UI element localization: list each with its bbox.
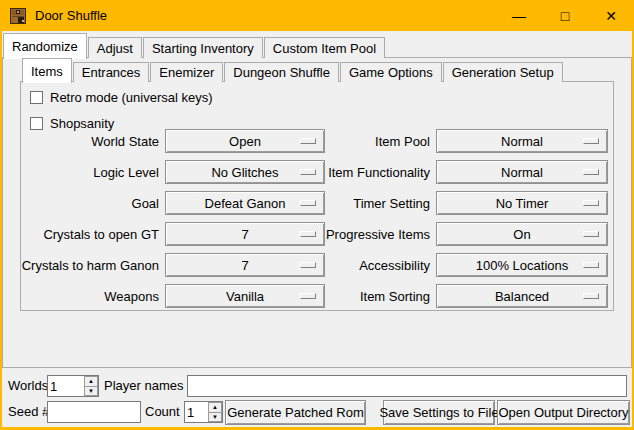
door-shuffle-window: Door Shuffle — □ ✕ Randomize Adjust Star… [0,0,634,430]
worlds-input[interactable] [48,376,84,396]
progressive-items-row: Progressive Items On [318,222,608,246]
tab-enemizer[interactable]: Enemizer [150,62,223,82]
open-output-directory-button[interactable]: Open Output Directory [497,400,630,425]
dropdown-indicator-icon [583,138,599,144]
spin-down-icon: ▼ [88,388,94,394]
close-icon: ✕ [605,8,617,24]
tab-entrances[interactable]: Entrances [73,62,150,82]
retro-mode-checkbox-row: Retro mode (universal keys) [30,89,213,105]
tab-dungeon-shuffle[interactable]: Dungeon Shuffle [224,62,339,82]
count-input[interactable] [185,402,208,422]
world-state-value: Open [229,134,261,149]
crystals-gt-value: 7 [241,227,248,242]
timer-setting-value: No Timer [496,196,549,211]
close-button[interactable]: ✕ [588,0,634,31]
crystals-ganon-label: Crystals to harm Ganon [18,258,159,273]
world-state-label: World State [18,134,159,149]
minimize-icon: — [512,8,526,24]
window-title: Door Shuffle [35,8,107,23]
minimize-button[interactable]: — [496,0,542,31]
dropdown-indicator-icon [583,262,599,268]
accessibility-value: 100% Locations [476,258,569,273]
goal-label: Goal [18,196,159,211]
goal-value: Defeat Ganon [205,196,286,211]
weapons-value: Vanilla [226,289,264,304]
world-state-row: World State Open [18,129,325,153]
item-functionality-label: Item Functionality [318,165,430,180]
goal-dropdown[interactable]: Defeat Ganon [165,191,325,215]
dropdown-indicator-icon [300,293,316,299]
accessibility-row: Accessibility 100% Locations [318,253,608,277]
spin-down-button[interactable]: ▼ [208,413,222,423]
spin-down-icon: ▼ [212,414,218,420]
crystals-gt-row: Crystals to open GT 7 [18,222,325,246]
logic-level-dropdown[interactable]: No Glitches [165,160,325,184]
timer-setting-label: Timer Setting [318,196,430,211]
spin-up-button[interactable]: ▲ [208,402,222,413]
spin-down-button[interactable]: ▼ [84,387,98,397]
crystals-ganon-row: Crystals to harm Ganon 7 [18,253,325,277]
progressive-items-dropdown[interactable]: On [436,222,608,246]
timer-setting-row: Timer Setting No Timer [318,191,608,215]
spin-up-button[interactable]: ▲ [84,376,98,387]
crystals-ganon-dropdown[interactable]: 7 [165,253,325,277]
crystals-gt-label: Crystals to open GT [18,227,159,242]
dropdown-indicator-icon [300,169,316,175]
tab-custom-item-pool[interactable]: Custom Item Pool [264,37,385,58]
tab-starting-inventory[interactable]: Starting Inventory [143,37,263,58]
save-settings-button[interactable]: Save Settings to File [383,400,495,425]
dropdown-indicator-icon [300,138,316,144]
logic-level-label: Logic Level [18,165,159,180]
titlebar: Door Shuffle — □ ✕ [0,0,634,31]
dropdown-indicator-icon [583,293,599,299]
crystals-ganon-value: 7 [241,258,248,273]
world-state-dropdown[interactable]: Open [165,129,325,153]
accessibility-dropdown[interactable]: 100% Locations [436,253,608,277]
shopsanity-checkbox[interactable] [30,117,43,130]
item-sorting-row: Item Sorting Balanced [318,284,608,308]
item-functionality-dropdown[interactable]: Normal [436,160,608,184]
item-functionality-value: Normal [501,165,543,180]
generate-patched-rom-button[interactable]: Generate Patched Rom [225,400,366,425]
spin-up-icon: ▲ [212,404,218,410]
tab-game-options[interactable]: Game Options [340,62,442,82]
progressive-items-label: Progressive Items [318,227,430,242]
count-spin-arrows: ▲ ▼ [208,402,222,422]
main-tabbar: Randomize Adjust Starting Inventory Cust… [3,33,386,58]
tab-randomize[interactable]: Randomize [3,33,87,59]
window-border-left [0,31,2,430]
weapons-dropdown[interactable]: Vanilla [165,284,325,308]
timer-setting-dropdown[interactable]: No Timer [436,191,608,215]
player-names-label: Player names [104,375,183,397]
dropdown-indicator-icon [583,231,599,237]
dropdown-indicator-icon [583,169,599,175]
tab-generation-setup[interactable]: Generation Setup [443,62,563,82]
tab-items[interactable]: Items [22,58,72,83]
tab-adjust[interactable]: Adjust [88,37,142,58]
item-sorting-dropdown[interactable]: Balanced [436,284,608,308]
count-label: Count [145,401,180,423]
retro-mode-checkbox[interactable] [30,91,43,104]
count-spinbox: ▲ ▼ [184,401,223,423]
maximize-button[interactable]: □ [542,0,588,31]
logic-level-row: Logic Level No Glitches [18,160,325,184]
accessibility-label: Accessibility [318,258,430,273]
window-controls: — □ ✕ [496,0,634,31]
logic-level-value: No Glitches [211,165,278,180]
item-functionality-row: Item Functionality Normal [318,160,608,184]
spin-up-icon: ▲ [88,378,94,384]
seed-input[interactable] [47,401,141,423]
door-chest-icon [10,8,26,24]
worlds-spinbox: ▲ ▼ [47,375,99,397]
progressive-items-value: On [513,227,530,242]
worlds-label: Worlds [8,375,48,397]
worlds-spin-arrows: ▲ ▼ [84,376,98,396]
item-sorting-value: Balanced [495,289,549,304]
item-pool-dropdown[interactable]: Normal [436,129,608,153]
weapons-row: Weapons Vanilla [18,284,325,308]
goal-row: Goal Defeat Ganon [18,191,325,215]
dropdown-indicator-icon [583,200,599,206]
sub-tabbar: Items Entrances Enemizer Dungeon Shuffle… [22,58,564,82]
crystals-gt-dropdown[interactable]: 7 [165,222,325,246]
player-names-input[interactable] [187,375,627,397]
